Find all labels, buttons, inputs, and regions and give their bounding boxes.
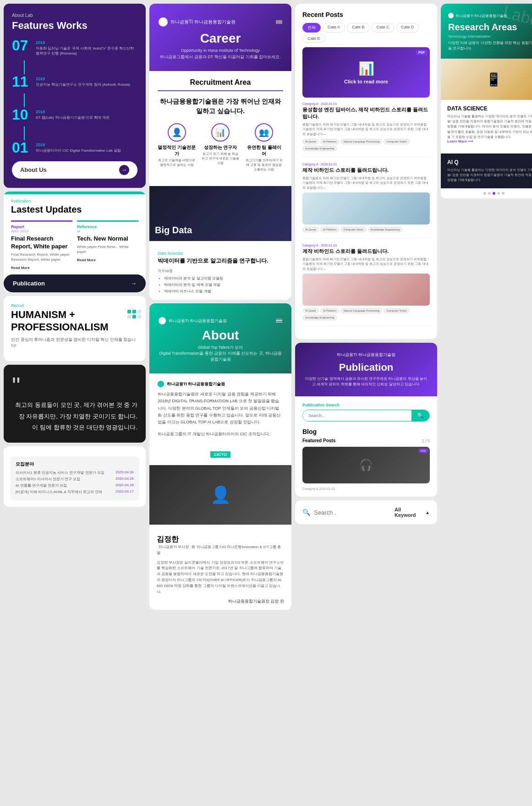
tag-3-4[interactable]: Computer Vision (384, 308, 409, 313)
post-image-3 (302, 274, 430, 306)
pub-label: Publication (11, 199, 138, 203)
quote-text: 최고의 동료들이 모인 곳, 제가 겪어본 것 중 가장 자유롭지만, 가장 치… (12, 400, 137, 433)
learn-more-button[interactable]: Learn More ⟶ (447, 139, 532, 143)
tag-1-5[interactable]: Knowledge Engineering (302, 146, 337, 151)
dot-1[interactable] (483, 192, 486, 195)
timeline-year-2: 2018 (36, 77, 45, 81)
tab-cate-d[interactable]: Cate D (396, 23, 419, 33)
publication-button[interactable]: Publication → (4, 274, 146, 292)
featured-image-icon: 🎧 (359, 459, 373, 472)
research-subtitle: Technology Internalization (448, 34, 532, 38)
career-section-title: Recruitment Area (158, 78, 283, 91)
about-button[interactable]: About Us → (12, 161, 137, 179)
all-keyword-label[interactable]: All Keyword (395, 507, 422, 518)
data-desc: 빅데이터를 기반으로 알고리즘을 연구합니다. (158, 257, 283, 265)
deco-dot-3 (137, 310, 141, 313)
tag-1-1[interactable]: AI Quant (302, 139, 319, 144)
tag-3-5[interactable]: Knowledge Engineering (302, 315, 337, 320)
post-tags-3: AI Quant AI Platform Natural Language Pr… (302, 308, 430, 320)
job-name-2: 소프트웨어1 리서어서 전문가 연구 모집 (16, 477, 80, 482)
features-title: Features Works (12, 20, 137, 32)
dot-4[interactable] (497, 192, 500, 195)
data-scientist-label: Data Scientist (158, 251, 283, 256)
career-header: 하나금융TI 하나금융융합기술원 Career Opportunity in H… (149, 4, 291, 71)
job-name-1: 리서어서1 분류 인공지능 서비스 연구개발 전문가 모집 (16, 470, 104, 475)
click-read-banner[interactable]: PDF 📊 Click to read more (302, 47, 430, 98)
post-tags-1: AI Quant AI Platform Natural Language Pr… (302, 139, 430, 151)
quote-card: " 최고의 동료들이 모인 곳, 제가 겪어본 것 중 가장 자유롭지만, 가장… (4, 365, 146, 443)
person-signature: 하나금융융합기술원장 김정 한 (157, 598, 284, 604)
career-role-desc-3: 최고기가를 안주하여기 위해 교류 및 동료와 끊임없 소통하는 사람 (245, 158, 283, 171)
hamburger-line-1 (276, 20, 282, 21)
job-list-item-3: 빅데이터 비즈니스 모델 개발 (164, 288, 283, 295)
ai-title: AI Q (447, 159, 532, 165)
research-image: 📱 (441, 59, 532, 100)
post-title-2: 제작 비하인드 스토리를 들려드립니다. (302, 167, 430, 174)
about-ham-2 (276, 320, 282, 321)
tag-2-2[interactable]: AI Platform (320, 227, 340, 232)
pub-name-1: Final Research Report, White paper (11, 235, 72, 251)
search-input[interactable] (303, 410, 411, 421)
career-role-icon-2: 📊 (211, 123, 230, 142)
dot-3[interactable] (493, 192, 495, 195)
tag-1-4[interactable]: Computer Vision (384, 139, 409, 144)
post-cat-1: Category A · 2020.01.01 (302, 102, 430, 105)
pub-tag-2: Reference (77, 225, 138, 229)
feat-pdf-badge: PDF (419, 449, 428, 453)
column-3: Recent Posts 전체 Cate A Cate B Cate C Cat… (295, 4, 437, 802)
career-role-icon-1: 👤 (168, 123, 186, 142)
post-title-1: 융성합성 엔진 딥바이스, 제작 비하인드 스토리를 들려드립니다. (302, 106, 430, 121)
tag-2-4[interactable]: Knowledge Engineering (368, 227, 402, 232)
tag-1-3[interactable]: Natural Language Processing (340, 139, 382, 144)
career-hamburger[interactable] (276, 20, 282, 24)
research-header: 하나금융TI 하나금융융합기술원 Research Areas Technolo… (441, 4, 532, 59)
about-ham-3 (276, 322, 282, 323)
search-bar-input[interactable] (314, 509, 391, 516)
tab-cate-a[interactable]: Cate A (323, 23, 345, 33)
tab-cate-b[interactable]: Cate B (347, 23, 370, 33)
post-item-3: Category A · 2020.01.01 계작 비하인드 스토리를 들려드… (302, 244, 430, 326)
about-hamburger[interactable] (276, 319, 282, 323)
tag-3-1[interactable]: AI Quant (302, 308, 319, 313)
job-name-3: AI 연름률 연구개발 전문가 모집 (16, 483, 67, 488)
career-logo-text: 하나금융TI 하나금융융합기술원 (170, 19, 236, 25)
job-date-2: 2020.04.26 (115, 477, 134, 482)
tab-cate-c[interactable]: Cate C (372, 23, 395, 33)
research-logo-icon (448, 13, 454, 18)
job-role-label: 직무#8종 (158, 269, 283, 274)
job-item-2: 소프트웨어1 리서어서 전문가 연구 모집 2020.04.26 (16, 477, 134, 482)
tag-1-2[interactable]: AI Platform (320, 139, 340, 144)
career-card: 하나금융TI 하나금융융합기술원 Career Opportunity in H… (149, 4, 291, 300)
dot-5[interactable] (502, 192, 505, 195)
hamburger-line-3 (276, 23, 282, 24)
data-science-desc: 머신러닝 기술을 활용하는 다양한 데이터의 분석 모델의 기획/개발/ 검증 … (447, 114, 532, 139)
bigdata-label: Big Data (155, 225, 192, 236)
pub-read-2[interactable]: Read More (77, 258, 138, 262)
career-role-desc-1: 최고의 기술력을 바탕으로 열정적으로 일하는 사람 (158, 158, 196, 167)
post-desc-3: 융합기술원의 저제 AI기반 모델이 그동 내네처럼 및 최고의 성능으로 운영… (302, 257, 430, 272)
timeline-item-3: 10 2018 DT 랩(Lab) '하나금융기기술원'으로 확대 개편 (12, 107, 137, 122)
tag-3-3[interactable]: Natural Language Processing (340, 308, 382, 313)
recruit-card: Recruit HUMANISM + PROFESSIONALISM 인간 중심… (4, 296, 146, 361)
timeline-num-4: 01 (12, 140, 36, 155)
tab-cate-e[interactable]: Cate E (302, 34, 325, 43)
column-2: 하나금융TI 하나금융융합기술원 Career Opportunity in H… (149, 4, 291, 802)
pub-items: Report April, 2019 Final Research Report… (11, 220, 138, 270)
timeline-detail-4: 2018 하나금융티아이 CIC Digital Transformation … (36, 140, 121, 153)
pub-read-1[interactable]: Read More (11, 266, 72, 270)
career-role-desc-2: 최고가 되기 위해 늘 학습하고 연구여 새로운 기술을 사람 (201, 152, 239, 165)
tag-2-3[interactable]: Computer Vision (340, 227, 366, 232)
tag-3-2[interactable]: AI Platform (320, 308, 340, 313)
career-roles: 👤 열정적인 기술전문가 최고의 기술력을 바탕으로 열정적으로 일하는 사람 … (158, 123, 283, 171)
search-icon: 🔍 (302, 509, 310, 516)
chevron-up-icon[interactable]: ▲ (425, 510, 430, 515)
pub-desc-1: Final Research Report, White paper Resea… (11, 252, 72, 262)
pub-date-2: M (77, 229, 138, 233)
tag-2-1[interactable]: AI Quant (302, 227, 319, 232)
about-btn-label: About Us (20, 166, 47, 173)
search-button[interactable]: 🔍 (411, 410, 429, 421)
dot-2[interactable] (488, 192, 491, 195)
tab-all[interactable]: 전체 (302, 23, 321, 33)
post-item-1: Category A · 2020.01.01 융성합성 엔진 딥바이스, 제작… (302, 102, 430, 157)
career-role-name-2: 성장하는 연구자 (201, 144, 239, 151)
